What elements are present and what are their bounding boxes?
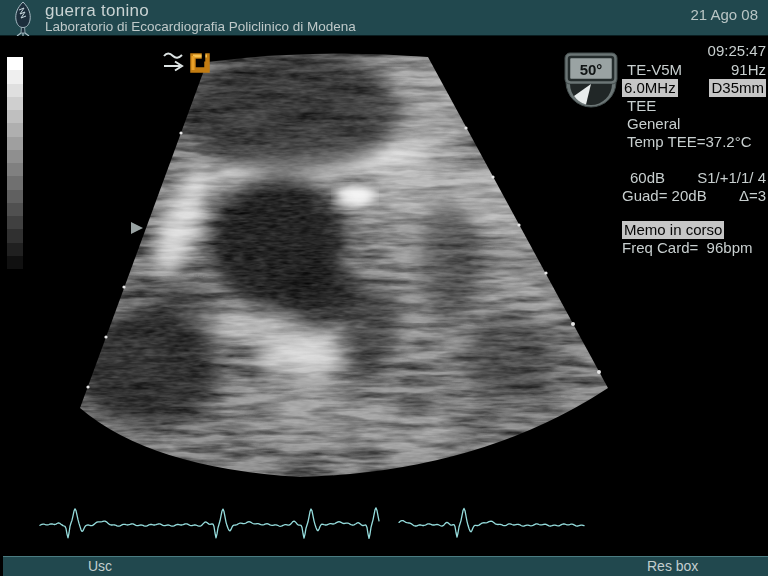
preset: General <box>622 115 766 133</box>
frequency-value: 6.0MHz <box>622 79 678 97</box>
title-bar: guerra tonino Laboratorio di Ecocardiogr… <box>0 0 768 36</box>
memo-status-badge: Memo in corso <box>622 221 724 239</box>
transducer-name: TE-V5M <box>627 61 682 79</box>
probe-temperature: Temp TEE=37.2°C <box>622 133 766 151</box>
memo-row: Memo in corso <box>622 221 766 239</box>
softkey-res-box[interactable]: Res box <box>647 558 698 574</box>
transducer-row: TE-V5M 91Hz <box>622 61 766 79</box>
ecg-trace <box>40 508 584 538</box>
ultrasound-screen: guerra tonino Laboratorio di Ecocardiogr… <box>0 0 768 576</box>
power-row: 60dB S1/+1/1/ 4 <box>622 169 766 187</box>
probe-type: TEE <box>622 97 766 115</box>
heart-rate-value: Freq Card= 96bpm <box>622 239 752 257</box>
ultrasound-sector <box>60 40 620 490</box>
gain-row: Guad= 20dB Δ=3 <box>622 187 766 205</box>
softkey-usc[interactable]: Usc <box>88 558 112 574</box>
depth-value: D35mm <box>709 79 766 97</box>
focus-marker <box>131 222 143 234</box>
patient-name: guerra tonino <box>45 1 149 21</box>
exam-date: 21 Ago 08 <box>690 6 758 23</box>
frame-rate: 91Hz <box>731 61 766 79</box>
probe-orientation-marker-icon <box>189 52 211 74</box>
gain-value: Guad= 20dB <box>622 187 707 205</box>
status-panel: 09:25:47 TE-V5M 91Hz 6.0MHz D35mm TEE Ge… <box>560 36 768 286</box>
tree-logo-icon <box>4 0 42 36</box>
frequency-row: 6.0MHz D35mm <box>622 79 766 97</box>
heart-rate-row: Freq Card= 96bpm <box>622 239 766 257</box>
clock: 09:25:47 <box>622 42 766 60</box>
institution-name: Laboratorio di Ecocardiografia Policlini… <box>45 19 356 34</box>
grayscale-bar <box>7 57 23 269</box>
processing-settings: S1/+1/1/ 4 <box>697 169 766 187</box>
softkey-bar: Usc Res box <box>3 556 768 576</box>
compression-delta: Δ=3 <box>739 187 766 205</box>
power-value: 60dB <box>630 169 665 187</box>
flow-arrow-icon <box>160 49 188 75</box>
